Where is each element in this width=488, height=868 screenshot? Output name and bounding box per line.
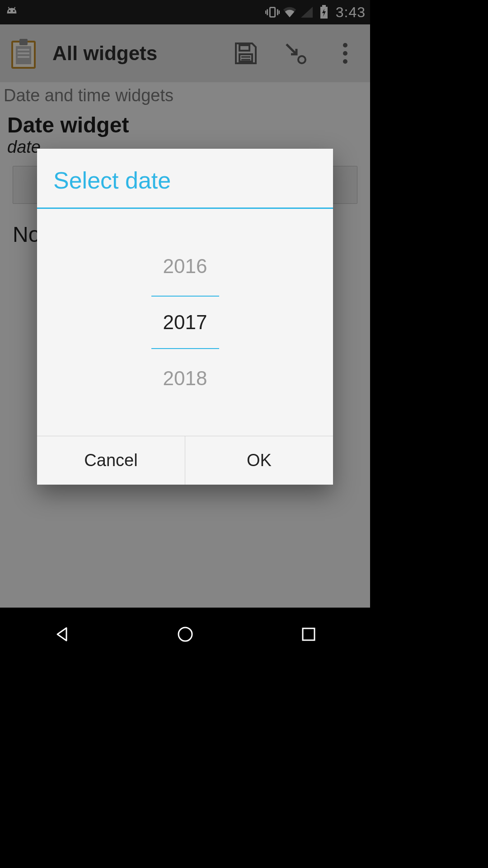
year-option-selected[interactable]: 2017 bbox=[151, 296, 219, 349]
year-option-prev[interactable]: 2016 bbox=[140, 237, 230, 296]
home-circle-icon bbox=[176, 625, 194, 643]
dialog-header: Select date bbox=[37, 149, 333, 209]
year-picker[interactable]: 2016 2017 2018 bbox=[140, 237, 230, 408]
ok-button[interactable]: OK bbox=[185, 436, 333, 485]
svg-rect-26 bbox=[303, 628, 314, 640]
date-picker-dialog: Select date 2016 2017 2018 Cancel OK bbox=[37, 149, 333, 485]
dialog-body: 2016 2017 2018 bbox=[37, 209, 333, 436]
back-button[interactable] bbox=[51, 623, 73, 645]
screen: Date and time widgets Date widget date N… bbox=[0, 0, 370, 660]
svg-point-25 bbox=[178, 627, 192, 641]
year-option-next[interactable]: 2018 bbox=[140, 349, 230, 408]
home-button[interactable] bbox=[174, 623, 196, 645]
cancel-button[interactable]: Cancel bbox=[37, 436, 185, 485]
recents-button[interactable] bbox=[298, 623, 319, 645]
recents-square-icon bbox=[300, 625, 318, 643]
dialog-button-bar: Cancel OK bbox=[37, 436, 333, 485]
navigation-bar bbox=[0, 608, 370, 660]
back-triangle-icon bbox=[53, 625, 71, 643]
dialog-title: Select date bbox=[53, 167, 317, 194]
